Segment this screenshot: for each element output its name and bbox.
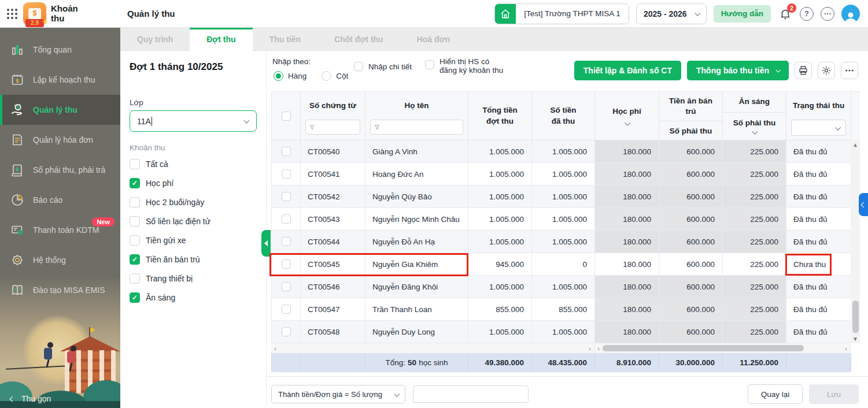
column-subheader[interactable]: Số phải thu bbox=[723, 112, 786, 140]
cell-sel[interactable] bbox=[272, 321, 301, 343]
fee-checkbox--n-s-ng[interactable]: Ăn sáng bbox=[130, 288, 257, 307]
right-horizontal-scrollbar[interactable]: ‹ › bbox=[594, 343, 851, 353]
cell-doc: CT00545 bbox=[301, 253, 365, 276]
vertical-scroll-thumb[interactable] bbox=[852, 301, 859, 333]
payment-notice-button[interactable]: Thông báo thu tiền bbox=[687, 61, 789, 80]
row-checkbox[interactable] bbox=[282, 259, 291, 269]
scroll-right-arrow[interactable]: › bbox=[842, 343, 850, 353]
formula-value-input[interactable] bbox=[413, 385, 529, 403]
filter-text-input[interactable] bbox=[382, 123, 459, 131]
school-year-select[interactable]: 2025 - 2026 bbox=[636, 3, 707, 24]
row-checkbox[interactable] bbox=[282, 147, 291, 156]
fee-checkbox-ti-n-g-i-xe[interactable]: Tiền gửi xe bbox=[130, 231, 257, 250]
fee-checkbox-t-t-c-[interactable]: Tất cả bbox=[130, 154, 257, 173]
row-checkbox[interactable] bbox=[282, 214, 291, 224]
cell-total: 945.000 bbox=[468, 253, 532, 276]
column-filter-input[interactable] bbox=[305, 120, 360, 135]
scroll-down-arrow[interactable]: ▼ bbox=[851, 335, 860, 343]
guide-button[interactable]: Hướng dẫn bbox=[714, 5, 771, 23]
cell-status: Đã thu đủ bbox=[786, 276, 851, 298]
row-checkbox[interactable] bbox=[282, 327, 291, 336]
scroll-right-arrow[interactable]: › bbox=[586, 343, 594, 353]
cell-total: 1.005.000 bbox=[468, 163, 532, 186]
scroll-up-arrow[interactable]: ▲ bbox=[851, 140, 860, 149]
fee-checkbox-h-c-2-bu-i-ng-y[interactable]: Học 2 buổi/ngày bbox=[130, 192, 257, 212]
cell-sel[interactable] bbox=[272, 253, 301, 276]
home-icon[interactable] bbox=[495, 4, 516, 24]
left-horizontal-scrollbar[interactable]: ‹ › bbox=[271, 343, 594, 353]
table-more-button[interactable] bbox=[841, 62, 858, 79]
back-button[interactable]: Quay lại bbox=[748, 384, 803, 404]
row-checkbox[interactable] bbox=[282, 237, 291, 246]
status-filter-select[interactable] bbox=[791, 120, 846, 136]
checkbox-show-registered-students[interactable]: Hiển thị HS có đăng ký khoản thu bbox=[425, 57, 503, 75]
tab-hoá-đơn[interactable]: Hoá đơn bbox=[400, 28, 467, 51]
column-subheader[interactable]: Số phải thu bbox=[659, 121, 722, 140]
right-panel-expand-handle[interactable] bbox=[859, 193, 868, 216]
school-selector[interactable]: [Test] Trường THPT MISA 1 bbox=[494, 3, 629, 24]
sidebar-item--o-t-o-misa-emis[interactable]: Đào tạo MISA EMIS bbox=[0, 275, 120, 305]
fee-checkbox-trang-thi-t-b-[interactable]: Trang thiết bị bbox=[130, 269, 257, 288]
cell-sel[interactable] bbox=[272, 163, 301, 186]
total-doc bbox=[301, 353, 365, 372]
fee-checkbox-s-li-n-l-c-i-n-t-[interactable]: Sổ liên lạc điện tử bbox=[130, 212, 257, 231]
app-launcher-icon[interactable] bbox=[6, 8, 19, 20]
filter-text-input[interactable] bbox=[317, 123, 356, 131]
cell-hocphi: 180.000 bbox=[595, 231, 659, 253]
fee-checkbox-h-c-ph-[interactable]: Học phí bbox=[130, 173, 257, 192]
cell-status: Đã thu đủ bbox=[786, 321, 851, 343]
row-checkbox[interactable] bbox=[282, 169, 291, 179]
cell-sel[interactable] bbox=[272, 186, 301, 208]
cell-sel[interactable] bbox=[272, 140, 301, 163]
cell-hocphi: 180.000 bbox=[595, 186, 659, 208]
chevron-down-icon[interactable] bbox=[625, 120, 630, 125]
filter-panel-collapse-handle[interactable] bbox=[261, 230, 271, 257]
checkbox-detail-input[interactable]: Nhập chi tiết bbox=[354, 62, 412, 71]
more-options-button[interactable]: ⋯ bbox=[821, 7, 834, 21]
sidebar-item-t-ng-quan[interactable]: Tổng quan bbox=[0, 35, 120, 65]
tab-đợt-thu[interactable]: Đợt thu bbox=[190, 28, 252, 51]
help-button[interactable]: ? bbox=[800, 7, 814, 21]
table-controls: Nhập theo: Hàng Cột Nhập chi tiết Hiển t… bbox=[271, 55, 864, 88]
cell-sel[interactable] bbox=[272, 231, 301, 253]
row-checkbox[interactable] bbox=[282, 192, 291, 201]
cell-bantru: 600.000 bbox=[659, 276, 723, 298]
notifications-button[interactable]: 2 bbox=[778, 6, 793, 21]
column-header-sel bbox=[272, 92, 301, 140]
settings-button[interactable] bbox=[818, 62, 835, 79]
radio-row-mode[interactable]: Hàng bbox=[274, 71, 306, 81]
sidebar-collapse-button[interactable]: Thu gọn bbox=[0, 394, 120, 403]
print-button[interactable] bbox=[795, 62, 812, 79]
user-avatar[interactable] bbox=[841, 5, 860, 23]
sidebar-item-h-th-ng[interactable]: Hệ thống bbox=[0, 245, 120, 275]
cell-sel[interactable] bbox=[272, 208, 301, 231]
setup-numbering-button[interactable]: Thiết lập & Đánh số CT bbox=[574, 61, 681, 80]
column-filter-input[interactable] bbox=[370, 120, 463, 135]
sidebar-item-s-ph-i-thu-ph-i-tr-[interactable]: $Sổ phải thu, phải trả bbox=[0, 155, 120, 185]
select-all-checkbox[interactable] bbox=[282, 112, 291, 121]
fee-checkbox-ti-n-n-b-n-tr-[interactable]: Tiền ăn bán trú bbox=[130, 250, 257, 269]
cell-sel[interactable] bbox=[272, 298, 301, 321]
radio-col-mode[interactable]: Cột bbox=[322, 71, 348, 81]
horizontal-scroll-thumb[interactable] bbox=[603, 345, 804, 351]
sidebar-item-qu-n-l-h-a-n[interactable]: Quản lý hóa đơn bbox=[0, 125, 120, 155]
app-logo: 2.9 ★ bbox=[23, 2, 46, 25]
tab-thu-tiền[interactable]: Thu tiền bbox=[253, 28, 317, 51]
scroll-left-arrow[interactable]: ‹ bbox=[271, 343, 279, 353]
sidebar-item-qu-n-l-thu[interactable]: $ Quản lý thu bbox=[0, 95, 120, 125]
scroll-left-arrow[interactable]: ‹ bbox=[594, 343, 603, 353]
sidebar-item-thanh-to-n-kdtm[interactable]: Thanh toán KDTMNew bbox=[0, 215, 120, 245]
cell-ansang: 225.000 bbox=[723, 298, 786, 321]
table-area: Nhập theo: Hàng Cột Nhập chi tiết Hiển t… bbox=[266, 51, 868, 408]
tab-chốt-đợt-thu[interactable]: Chốt đợt thu bbox=[317, 28, 400, 51]
sidebar-item-b-o-c-o[interactable]: Báo cáo bbox=[0, 185, 120, 215]
tab-quy-trình[interactable]: Quy trình bbox=[120, 28, 190, 51]
class-select[interactable]: 11A bbox=[130, 110, 257, 132]
sidebar-item-l-p-k-ho-ch-thu[interactable]: $Lập kế hoạch thu bbox=[0, 65, 120, 95]
row-checkbox[interactable] bbox=[282, 305, 291, 314]
cell-sel[interactable] bbox=[272, 276, 301, 298]
vertical-scrollbar[interactable]: ▲ ▼ bbox=[851, 140, 860, 343]
row-checkbox[interactable] bbox=[282, 282, 291, 291]
radio-icon bbox=[322, 71, 331, 81]
formula-dropdown[interactable]: Thành tiền/Đơn giá = Số lượng bbox=[271, 385, 405, 403]
